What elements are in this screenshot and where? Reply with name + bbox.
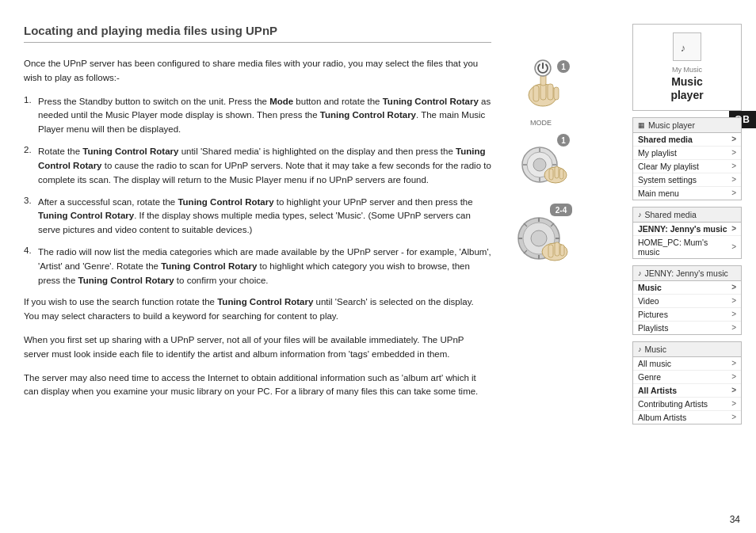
svg-text:♪: ♪ <box>681 42 685 54</box>
step-1: 1. Press the Standby button to switch on… <box>24 95 491 137</box>
svg-rect-18 <box>555 166 559 178</box>
music-icon-box: ♪ <box>673 32 701 61</box>
music-note-icon-4: ♪ <box>638 345 642 353</box>
music-note-icon-2: ♪ <box>638 211 642 219</box>
server-note-paragraph: The server may also need time to access … <box>24 371 491 400</box>
panel2-item-jenny: JENNY: Jenny's music > <box>633 223 741 236</box>
arrow-icon-14: > <box>731 386 736 394</box>
panel-music-categories: ♪ Music All music > Genre > All Artists … <box>632 341 742 424</box>
panel-shared-media: ♪ Shared media JENNY: Jenny's music > HO… <box>632 207 742 259</box>
clear-playlist-label: Clear My playlist <box>638 162 699 171</box>
arrow-icon-11: > <box>731 323 736 332</box>
video-label: Video <box>638 296 659 306</box>
step-4: 4. The radio will now list the media cat… <box>24 246 491 287</box>
step24-illustration: 2-4 <box>495 200 586 272</box>
album-artists-label: Album Artists <box>638 413 686 422</box>
panel2-header-label: Shared media <box>645 210 697 219</box>
grid-icon: ▦ <box>638 121 645 129</box>
arrow-icon-8: > <box>731 283 736 291</box>
arrow-icon-9: > <box>731 296 736 305</box>
svg-text:2-4: 2-4 <box>555 206 567 215</box>
step-3-number: 3. <box>24 196 38 238</box>
panel1-item-main-menu: Main menu > <box>633 187 741 200</box>
music-player-panel: ♪ My Music Musicplayer <box>632 24 742 111</box>
my-music-label: My Music <box>672 66 702 74</box>
mode-illustration: MODE 1 <box>495 119 586 192</box>
page-number: 34 <box>730 514 740 525</box>
step-4-number: 4. <box>24 246 38 287</box>
illustrations-column: 1 MODE 1 <box>495 55 586 272</box>
page-title: Locating and playing media files using U… <box>24 24 491 43</box>
all-music-label: All music <box>638 359 671 368</box>
arrow-icon-15: > <box>731 399 736 408</box>
pictures-label: Pictures <box>638 310 668 319</box>
panel1-item-shared-media: Shared media > <box>633 133 741 147</box>
svg-rect-35 <box>555 242 559 256</box>
arrow-icon-13: > <box>731 372 736 381</box>
panel-music-player-menu: ▦ Music player Shared media > My playlis… <box>632 117 742 200</box>
step-2-text: Rotate the Tuning Control Rotary until '… <box>38 145 491 187</box>
arrow-icon-16: > <box>731 413 736 421</box>
arrow-icon-1: > <box>731 135 736 143</box>
panel4-item-genre: Genre > <box>633 371 741 384</box>
step1-illustration: 1 <box>495 55 586 111</box>
music-label: Music <box>638 283 662 292</box>
panel4-header: ♪ Music <box>633 342 741 357</box>
step-4-text: The radio will now list the media catego… <box>38 246 491 287</box>
arrow-icon-5: > <box>731 188 736 197</box>
panel1-header-label: Music player <box>648 120 695 130</box>
step-2: 2. Rotate the Tuning Control Rotary unti… <box>24 145 491 187</box>
playlists-label: Playlists <box>638 323 669 333</box>
svg-rect-36 <box>560 245 564 256</box>
panel4-item-album-artists: Album Artists > <box>633 411 741 424</box>
genre-label: Genre <box>638 372 661 382</box>
panel1-header: ▦ Music player <box>633 118 741 133</box>
arrow-icon-6: > <box>731 224 736 233</box>
panel3-header-label: JENNY: Jenny's music <box>645 268 728 278</box>
right-panels: ♪ My Music Musicplayer ▦ Music player Sh… <box>632 24 742 431</box>
svg-rect-1 <box>533 86 539 101</box>
panel4-item-contributing-artists: Contributing Artists > <box>633 398 741 411</box>
svg-text:1: 1 <box>561 63 566 71</box>
arrow-icon-4: > <box>731 175 736 184</box>
rotary-steps-svg: 2-4 <box>506 200 577 272</box>
arrow-icon-12: > <box>731 359 736 367</box>
svg-point-11 <box>533 158 546 171</box>
panel3-item-playlists: Playlists > <box>633 322 741 334</box>
music-note-icon: ♪ <box>678 38 696 55</box>
main-content: Locating and playing media files using U… <box>24 24 491 409</box>
svg-point-24 <box>531 230 547 246</box>
svg-rect-34 <box>548 245 553 257</box>
step-2-number: 2. <box>24 145 38 187</box>
all-artists-label: All Artists <box>638 386 677 395</box>
step-1-number: 1. <box>24 95 38 137</box>
arrow-icon-2: > <box>731 148 736 157</box>
panel1-item-clear-playlist: Clear My playlist > <box>633 160 741 173</box>
arrow-icon-3: > <box>731 162 736 170</box>
arrow-icon-10: > <box>731 310 736 318</box>
panel3-item-video: Video > <box>633 295 741 308</box>
step-3: 3. After a successful scan, rotate the T… <box>24 196 491 238</box>
step-1-text: Press the Standby button to switch on th… <box>38 95 491 137</box>
music-player-title: Musicplayer <box>670 75 703 102</box>
step-3-text: After a successful scan, rotate the Tuni… <box>38 196 491 238</box>
arrow-icon-7: > <box>731 242 736 251</box>
main-menu-label: Main menu <box>638 188 679 198</box>
panel4-item-all-music: All music > <box>633 357 741 371</box>
system-settings-label: System settings <box>638 175 697 185</box>
shared-media-label: Shared media <box>638 135 693 144</box>
panel3-item-music: Music > <box>633 281 741 295</box>
svg-rect-4 <box>554 87 559 100</box>
panel4-header-label: Music <box>645 345 666 354</box>
svg-rect-17 <box>549 169 553 180</box>
svg-text:1: 1 <box>561 136 566 145</box>
svg-rect-19 <box>559 169 563 179</box>
panel2-item-home-pc: HOME_PC: Mum's music > <box>633 236 741 258</box>
panel1-item-system-settings: System settings > <box>633 173 741 187</box>
standby-button-svg: 1 <box>510 55 573 111</box>
my-playlist-label: My playlist <box>638 148 677 158</box>
panel-jenny-music: ♪ JENNY: Jenny's music Music > Video > P… <box>632 265 742 335</box>
home-pc-label: HOME_PC: Mum's music <box>638 238 731 257</box>
intro-paragraph: Once the UPnP server has been configured… <box>24 57 491 86</box>
contributing-artists-label: Contributing Artists <box>638 399 708 409</box>
